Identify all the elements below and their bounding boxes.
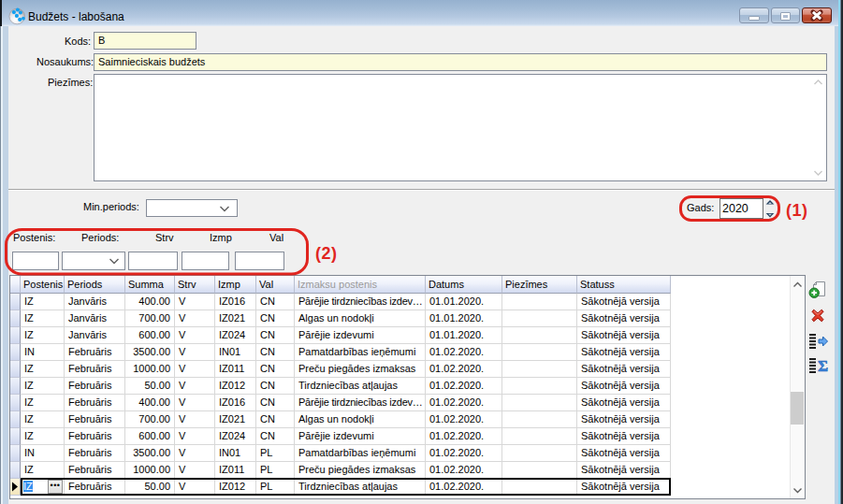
- svg-text:Σ: Σ: [818, 357, 828, 374]
